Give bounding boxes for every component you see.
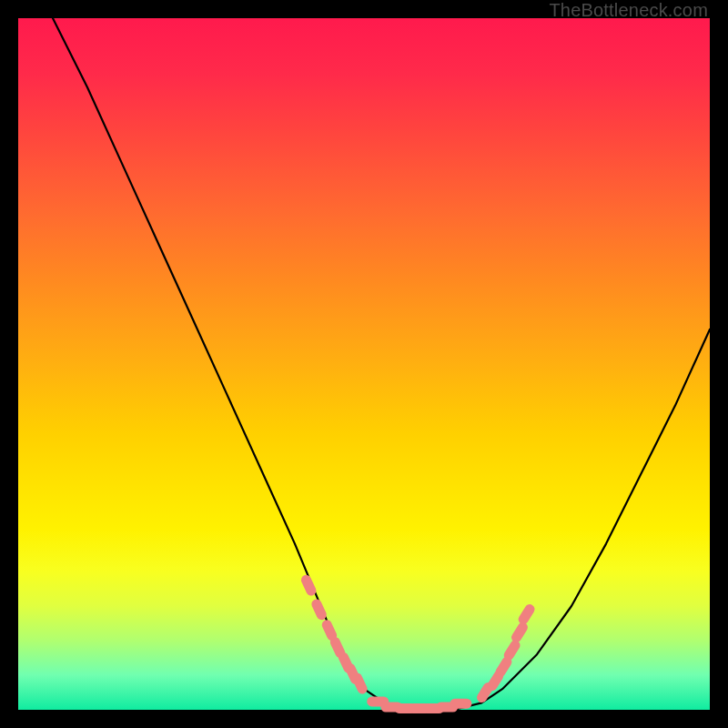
valley-marker [510, 621, 530, 644]
chart-svg [18, 18, 710, 710]
valley-marker [450, 699, 471, 709]
valley-marker [299, 573, 318, 597]
curve-line [53, 18, 710, 710]
watermark-text: TheBottleneck.com [549, 0, 708, 21]
valley-markers [299, 573, 536, 713]
chart-frame [18, 18, 710, 710]
curve-path [53, 18, 710, 710]
valley-marker [310, 598, 329, 622]
valley-marker [517, 602, 537, 626]
